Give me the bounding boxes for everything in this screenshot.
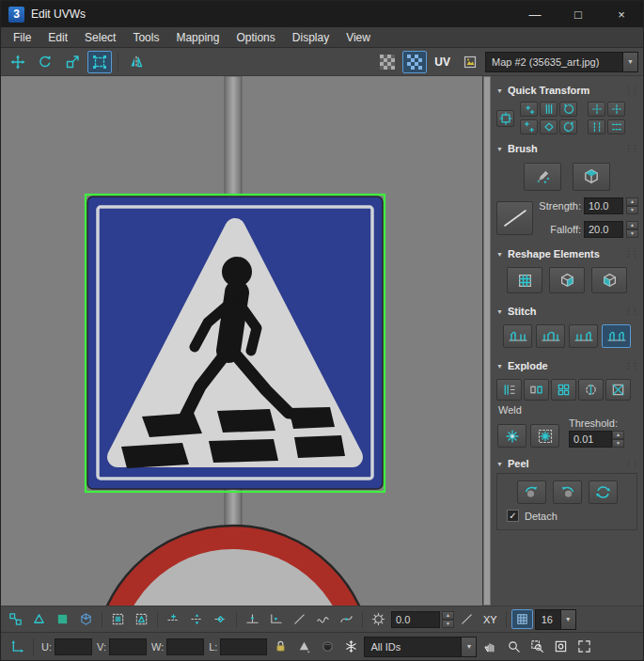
section-header-brush[interactable]: ▼ Brush ⋮⋮ [496, 143, 637, 154]
quick-peel-button[interactable] [517, 480, 546, 504]
move-brush-button[interactable] [524, 163, 561, 191]
vertex-mode-button[interactable] [28, 609, 50, 629]
section-grip-handle[interactable]: ⋮⋮ [624, 249, 637, 259]
stitch-target-button[interactable] [569, 324, 598, 348]
edge-mode-button[interactable] [52, 609, 73, 629]
hide-selected-button[interactable] [317, 637, 338, 656]
uv-editor-viewport[interactable] [1, 76, 482, 606]
peel-mode-button[interactable] [553, 480, 582, 504]
align-to-corner-button[interactable] [265, 609, 287, 629]
weld-all-button[interactable] [530, 424, 559, 448]
ignore-backfacing-button[interactable] [131, 609, 152, 629]
grid-snap-button[interactable] [511, 609, 533, 629]
straighten-selection-button[interactable] [507, 267, 542, 293]
weld-selected-button[interactable] [497, 424, 526, 448]
spinner-down-icon[interactable]: ▼ [612, 439, 624, 448]
select-loop-button[interactable] [186, 609, 208, 629]
title-bar[interactable]: 3 Edit UVWs — □ × [1, 1, 643, 27]
relax-until-flat-button[interactable] [549, 267, 585, 293]
l-coordinate-field[interactable] [220, 638, 267, 655]
section-grip-handle[interactable]: ⋮⋮ [624, 144, 637, 153]
select-by-element-button[interactable] [107, 609, 129, 629]
align-to-edge-button[interactable] [242, 609, 263, 629]
menu-tools[interactable]: Tools [124, 29, 167, 46]
face-mode-button[interactable] [75, 609, 97, 629]
spinner-up-icon[interactable]: ▲ [626, 197, 638, 206]
section-header-quick-transform[interactable]: ▼ Quick Transform ⋮⋮ [496, 85, 637, 96]
menu-mapping[interactable]: Mapping [167, 29, 228, 46]
grow-selection-button[interactable] [163, 609, 184, 629]
falloff-spinner[interactable]: ▲ ▼ [626, 221, 638, 238]
section-header-reshape[interactable]: ▼ Reshape Elements ⋮⋮ [496, 248, 637, 260]
maximize-button[interactable]: □ [557, 1, 600, 27]
stitch-custom-button[interactable] [503, 324, 532, 348]
zoom-extents-button[interactable] [550, 637, 571, 656]
curve-edit-button[interactable] [312, 609, 334, 629]
edge-angle-button[interactable] [456, 609, 478, 629]
section-header-peel[interactable]: ▼ Peel ⋮⋮ [496, 458, 637, 469]
strength-field[interactable]: 10.0 [584, 197, 623, 214]
zoom-region-button[interactable] [526, 637, 547, 656]
freeze-selected-button[interactable] [340, 637, 361, 656]
close-button[interactable]: × [600, 1, 643, 27]
rotate-angle-field[interactable]: 0.0 [391, 611, 440, 628]
transform-typein-button[interactable] [7, 637, 27, 656]
break-by-edge-button[interactable] [496, 379, 522, 401]
space-vertical-button[interactable] [607, 102, 625, 117]
edge-straighten-button[interactable] [289, 609, 310, 629]
show-map-toggle-button[interactable] [402, 51, 427, 73]
section-grip-handle[interactable]: ⋮⋮ [624, 307, 637, 316]
section-header-stitch[interactable]: ▼ Stitch ⋮⋮ [496, 306, 637, 317]
move-tool-button[interactable] [6, 51, 30, 73]
spinner-up-icon[interactable]: ▲ [626, 221, 638, 229]
w-coordinate-field[interactable] [166, 638, 204, 655]
linear-align-button[interactable] [540, 119, 558, 134]
rotate-gear-button[interactable] [368, 609, 389, 629]
distribute-horizontal-button[interactable] [588, 119, 605, 134]
stitch-average-button[interactable] [602, 324, 631, 348]
panel-scrollbar[interactable] [482, 76, 491, 606]
menu-display[interactable]: Display [284, 29, 338, 46]
explode-by-smoothing-button[interactable] [578, 379, 604, 401]
rotate-ccw-button[interactable] [559, 102, 577, 117]
select-ring-button[interactable] [210, 609, 231, 629]
show-grid-button[interactable] [375, 51, 400, 73]
spinner-down-icon[interactable]: ▼ [442, 620, 454, 628]
spline-edit-button[interactable] [336, 609, 357, 629]
rotate-tool-button[interactable] [33, 51, 57, 73]
strength-spinner[interactable]: ▲ ▼ [626, 197, 638, 214]
menu-file[interactable]: File [5, 29, 39, 46]
pelt-dialog-button[interactable] [589, 480, 618, 504]
grid-size-dropdown[interactable]: 16 ▼ [535, 609, 576, 630]
spinner-down-icon[interactable]: ▼ [626, 206, 638, 214]
menu-select[interactable]: Select [76, 29, 124, 46]
explode-by-material-button[interactable] [605, 379, 631, 401]
menu-view[interactable]: View [338, 29, 379, 46]
break-by-element-button[interactable] [524, 379, 549, 401]
section-grip-handle[interactable]: ⋮⋮ [624, 361, 637, 370]
material-id-filter-dropdown[interactable]: All IDs ▼ [364, 637, 477, 657]
falloff-field[interactable]: 20.0 [584, 221, 623, 238]
rotate-angle-spinner[interactable]: ▲ ▼ [442, 611, 454, 628]
mirror-tool-button[interactable] [124, 51, 149, 73]
spinner-up-icon[interactable]: ▲ [612, 431, 624, 439]
section-header-explode[interactable]: ▼ Explode ⋮⋮ [496, 360, 637, 371]
spinner-up-icon[interactable]: ▲ [442, 611, 454, 620]
panel-scrollbar-thumb[interactable] [483, 76, 491, 606]
map-selector-dropdown[interactable]: Map #2 (35635_art.jpg) ▼ [485, 52, 638, 72]
u-coordinate-field[interactable] [55, 638, 92, 655]
align-to-edge-button[interactable] [520, 119, 538, 134]
space-horizontal-button[interactable] [588, 102, 605, 117]
filter-faces-button[interactable] [293, 637, 314, 656]
detach-checkbox[interactable]: ✓ [507, 510, 519, 522]
explode-by-face-button[interactable] [551, 379, 576, 401]
zoom-to-selection-button[interactable] [573, 637, 594, 656]
minimize-button[interactable]: — [513, 1, 557, 27]
relax-brush-button[interactable] [573, 163, 610, 191]
threshold-spinner[interactable]: ▲ ▼ [612, 431, 624, 448]
menu-edit[interactable]: Edit [39, 29, 76, 46]
quick-transform-main-button[interactable] [496, 110, 514, 127]
freeform-tool-button[interactable] [87, 51, 112, 73]
scale-tool-button[interactable] [60, 51, 85, 73]
pan-button[interactable] [479, 637, 500, 656]
